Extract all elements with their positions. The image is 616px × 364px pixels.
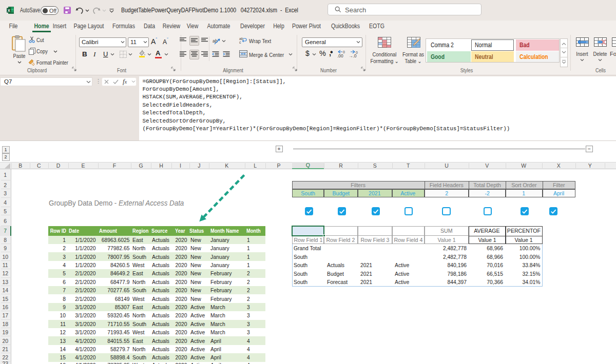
svg-text:X: X xyxy=(8,8,10,13)
svg-text:c: c xyxy=(239,41,241,44)
svg-text:ab: ab xyxy=(213,38,218,44)
svg-text:ab: ab xyxy=(239,37,243,41)
svg-text:→.0: →.0 xyxy=(349,53,357,58)
svg-text:.00: .00 xyxy=(337,53,343,58)
